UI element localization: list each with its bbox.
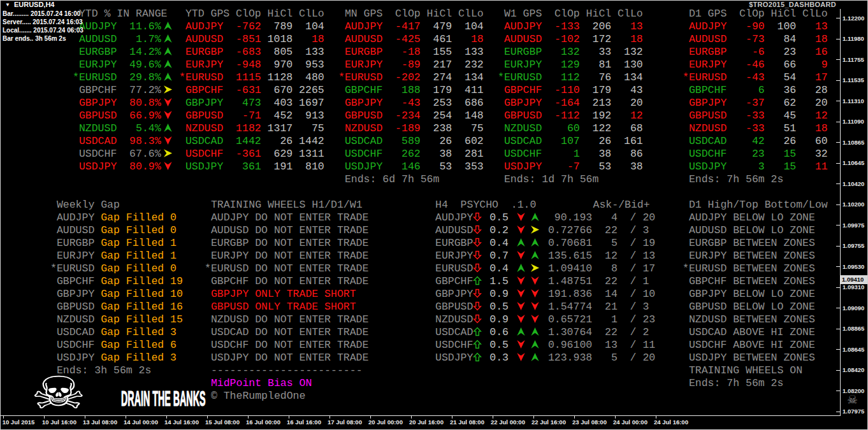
hicl-value: 452	[261, 110, 293, 122]
ask-bid-slash: /	[618, 275, 643, 288]
spacer	[509, 352, 514, 364]
star-marker	[683, 313, 689, 326]
pair-label: AUDJPY	[79, 20, 117, 33]
hicl-value: 66	[765, 59, 797, 71]
star-marker	[205, 237, 211, 250]
time-label: 24 Jul 16:00	[649, 419, 693, 426]
zone-status: ABOVE HI ZONE	[727, 326, 815, 338]
trade-advice: DO NOT ENTER TRADE	[249, 352, 368, 364]
table-row: EURUSD0.4 1.094108 / 17	[435, 262, 655, 275]
psycho-level-arrow	[473, 275, 483, 288]
star-marker	[179, 122, 185, 135]
table-row: AUDJPY11.6%	[73, 20, 175, 33]
hicl-value: 15	[765, 161, 797, 173]
trend-up-icon	[163, 59, 173, 69]
pair-label: NZDUSD	[345, 122, 382, 135]
separator-line: ------------------------	[211, 364, 363, 376]
ask-count: 5	[592, 352, 618, 364]
pair-label: EURGBP	[689, 237, 727, 250]
table-row: EURJPY0.7 135.61512 / 13	[435, 250, 655, 262]
table-row: EURJPY Gap Filled 1	[50, 250, 183, 262]
star-marker	[683, 352, 689, 364]
clop-value: -90	[727, 20, 764, 33]
psycho-level: 0.5	[483, 211, 509, 224]
star-marker	[683, 122, 689, 135]
psycho-arrow-1	[514, 352, 528, 364]
pair-label: USDCAD	[79, 135, 117, 148]
current-price-tag: 1.09410	[841, 275, 868, 284]
section-header: D1 High/Top Bottom/Low	[689, 199, 828, 211]
collapse-indicator-icon[interactable]: ▼	[5, 2, 10, 8]
level-down-icon	[473, 225, 482, 234]
star-marker	[683, 377, 689, 390]
pair-label: GBPJPY	[345, 97, 382, 110]
star-marker	[498, 161, 504, 173]
star-marker	[179, 110, 185, 122]
hicl-value: 253	[421, 97, 452, 110]
pair-label: AUDUSD	[504, 33, 542, 46]
price-tick	[836, 183, 840, 184]
ends-countdown: Ends: 1d 7h 56m	[504, 173, 599, 185]
pair-label: USDCAD	[689, 135, 727, 148]
hicl-value: 62	[765, 97, 797, 110]
pair-label: EURJPY	[79, 59, 117, 71]
pair-label: EURJPY	[211, 250, 249, 262]
section-weekly-gap: Weekly Gap AUDJPY Gap Filled 0 AUDUSD Ga…	[50, 199, 183, 377]
psycho-arrow-1	[514, 275, 528, 288]
trend-up-icon	[530, 352, 540, 362]
ask-count: 13	[592, 339, 618, 352]
clop-value: 262	[382, 148, 420, 161]
pair-label: USDCHF	[504, 148, 542, 161]
star-marker	[73, 84, 79, 97]
pair-price: 135.615	[542, 250, 592, 262]
pair-label: EURJPY	[345, 59, 382, 71]
time-label: 16 Jul 00:00	[241, 419, 286, 426]
ask-bid-slash: /	[618, 262, 643, 275]
table-row: GBPCHF77.2%	[73, 84, 175, 97]
pair-label: USDJPY	[689, 352, 727, 364]
gap-status: Gap Filled 1	[94, 237, 177, 249]
clop-value: -234	[382, 110, 420, 122]
star-marker	[338, 46, 345, 59]
pair-label: GBPUSD	[504, 110, 542, 122]
table-row: USDCAD DO NOT ENTER TRADE	[205, 326, 368, 339]
psycho-level: 1.5	[483, 275, 509, 288]
trend-arrow	[161, 135, 175, 148]
cllo-value: 480	[293, 71, 324, 84]
clop-value: 146	[382, 161, 420, 173]
pair-label: AUDUSD	[185, 33, 223, 46]
hicl-value: 36	[765, 84, 797, 97]
trade-advice: DO NOT ENTER TRADE	[249, 250, 368, 262]
clop-value: 1442	[223, 135, 261, 148]
spacer	[509, 211, 514, 224]
clop-value: 42	[727, 135, 764, 148]
price-tick	[836, 142, 840, 143]
star-marker	[498, 135, 504, 148]
spacer	[509, 313, 514, 326]
table-row: USDJPY BETWEEN ZONES	[683, 352, 828, 364]
table-row: USDCHF-3616291311	[179, 148, 324, 161]
time-label: 20 Jul 00:00	[363, 419, 408, 426]
price-label: 1.10645	[843, 159, 864, 166]
hicl-value: 461	[421, 33, 452, 46]
trend-down-icon	[516, 289, 526, 298]
table-row: MidPoint Bias ON	[205, 377, 368, 390]
star-marker: *	[683, 71, 689, 84]
range-pct: 1.7%	[117, 33, 161, 46]
star-marker	[338, 161, 345, 173]
pair-label: EURUSD	[504, 71, 542, 84]
ask-bid-slash: /	[618, 224, 643, 237]
training-wheels-status: TRAINING WHEELS ON	[689, 364, 802, 376]
gap-status: Gap Filled 0	[94, 262, 177, 275]
level-down-icon	[473, 314, 482, 324]
price-label: 1.08420	[843, 366, 864, 373]
table-row: EURJPY-948970953	[179, 59, 324, 71]
cllo-value: 17	[796, 71, 828, 84]
ends-countdown: Ends: 7h 56m 2s	[689, 377, 784, 389]
star-marker	[683, 237, 689, 250]
cllo-value: 16	[796, 46, 828, 59]
price-tick	[836, 308, 840, 308]
time-label: 14 Jul 00:00	[119, 419, 163, 426]
star-marker	[338, 173, 345, 186]
table-row: NZDUSD Gap Filled 15	[50, 313, 183, 326]
